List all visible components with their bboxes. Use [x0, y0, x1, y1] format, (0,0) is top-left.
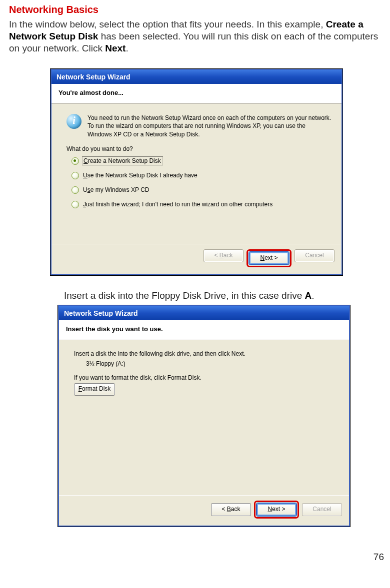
wizard-footer-1: < Back Next > Cancel: [52, 244, 342, 274]
intro-paragraph: In the window below, select the option t…: [9, 18, 384, 54]
mid-caption-bold: A: [305, 290, 312, 301]
titlebar-2: Network Setup Wizard: [59, 306, 349, 320]
wizard-window-1: Network Setup Wizard You're almost done.…: [50, 69, 342, 275]
radio-option-just-finish[interactable]: Just finish the wizard; I don't need to …: [72, 201, 332, 208]
radio-label: Use my Windows XP CD: [83, 186, 149, 193]
wizard-header-1: You're almost done...: [52, 84, 342, 104]
instruction-line-2: If you want to format the disk, click Fo…: [74, 374, 339, 381]
radio-icon: [72, 172, 79, 179]
titlebar-1: Network Setup Wizard: [52, 70, 342, 84]
radio-option-use-cd[interactable]: Use my Windows XP CD: [72, 186, 332, 194]
radio-label: Create a Network Setup Disk: [83, 157, 162, 164]
intro-bold-2: Next: [105, 43, 126, 53]
wizard-header-text-1: You're almost done...: [58, 89, 334, 96]
back-button[interactable]: < Back: [211, 503, 251, 516]
cancel-button[interactable]: Cancel: [294, 249, 334, 262]
wizard-footer-2: < Back Next > Cancel: [59, 495, 349, 526]
next-button[interactable]: Next >: [256, 503, 296, 516]
wizard-header-2: Insert the disk you want to use.: [59, 320, 349, 340]
info-icon: [66, 114, 82, 129]
radio-icon: [72, 157, 79, 165]
window-title-2: Network Setup Wizard: [64, 309, 138, 317]
section-heading: Networking Basics: [9, 4, 384, 15]
radio-icon: [72, 201, 79, 208]
next-button-highlight: Next >: [254, 501, 299, 519]
cancel-button[interactable]: Cancel: [302, 503, 342, 516]
radio-option-use-existing-disk[interactable]: Use the Network Setup Disk I already hav…: [72, 172, 332, 179]
mid-caption: Insert a disk into the Floppy Disk Drive…: [64, 290, 384, 301]
wizard-body-2: Insert a disk the into the following dis…: [59, 340, 349, 495]
wizard-header-text-2: Insert the disk you want to use.: [66, 325, 342, 333]
format-disk-button[interactable]: Format Disk: [74, 383, 115, 396]
instruction-line-1: Insert a disk the into the following dis…: [74, 350, 339, 357]
window-title-1: Network Setup Wizard: [56, 73, 130, 81]
radio-label: Just finish the wizard; I don't need to …: [83, 201, 272, 208]
info-text: You need to run the Network Setup Wizard…: [88, 114, 332, 138]
next-button[interactable]: Next >: [249, 252, 289, 265]
intro-text-3: .: [126, 43, 128, 53]
back-button[interactable]: < Back: [204, 249, 244, 262]
radio-icon: [72, 186, 79, 194]
wizard-body-1: You need to run the Network Setup Wizard…: [52, 104, 342, 244]
wizard-window-2: Network Setup Wizard Insert the disk you…: [58, 305, 350, 527]
intro-text-1: In the window below, select the option t…: [9, 19, 326, 29]
mid-caption-text: Insert a disk into the Floppy Disk Drive…: [64, 290, 305, 301]
next-button-highlight: Next >: [246, 249, 292, 267]
radio-option-create-disk[interactable]: Create a Network Setup Disk: [72, 157, 332, 165]
mid-caption-end: .: [312, 290, 314, 301]
radio-label: Use the Network Setup Disk I already hav…: [83, 172, 198, 179]
drive-name: 3½ Floppy (A:): [86, 360, 339, 367]
page-number: 76: [0, 542, 390, 568]
prompt-text: What do you want to do?: [66, 145, 332, 152]
